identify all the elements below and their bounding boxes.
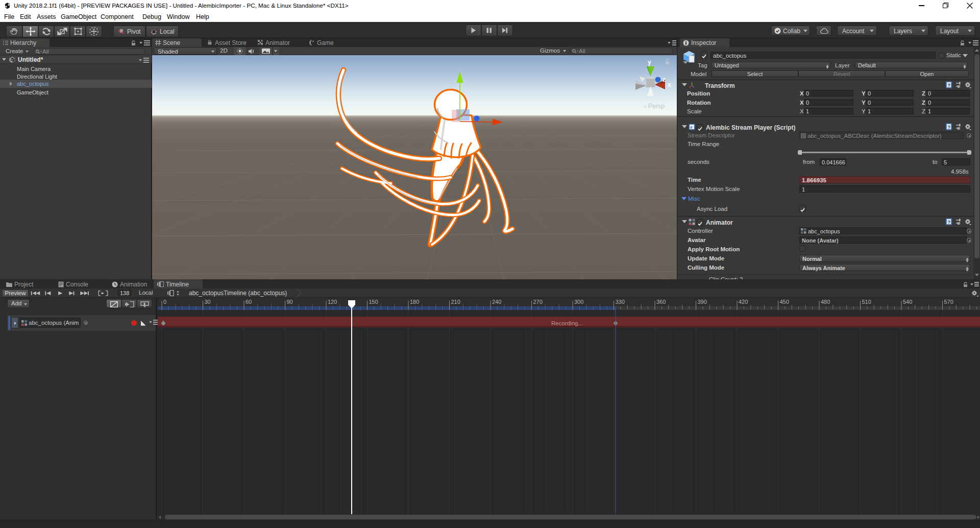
svg-text:510: 510: [862, 299, 871, 305]
svg-text:#: #: [690, 125, 693, 130]
svg-text:570: 570: [944, 299, 953, 305]
svg-text:z: z: [663, 76, 666, 83]
svg-text:Recording...: Recording...: [551, 320, 583, 326]
svg-text:270: 270: [533, 299, 543, 305]
svg-text:480: 480: [821, 299, 830, 305]
svg-text:150: 150: [369, 299, 378, 305]
svg-text:x: x: [668, 81, 671, 88]
svg-text:120: 120: [328, 299, 337, 305]
svg-text:210: 210: [451, 299, 460, 305]
svg-text:300: 300: [574, 299, 583, 305]
svg-text:‹ Persp: ‹ Persp: [644, 103, 665, 110]
svg-text:90: 90: [287, 299, 293, 305]
svg-text:420: 420: [739, 299, 748, 305]
svg-text:540: 540: [903, 299, 912, 305]
svg-text:?: ?: [948, 125, 951, 130]
svg-text:?: ?: [948, 220, 951, 225]
svg-text:390: 390: [698, 299, 707, 305]
svg-text:240: 240: [492, 299, 501, 305]
svg-text:?: ?: [948, 83, 951, 88]
svg-text:0: 0: [163, 299, 166, 305]
svg-text:360: 360: [656, 299, 666, 305]
svg-text:450: 450: [780, 299, 789, 305]
svg-text:60: 60: [246, 299, 252, 305]
svg-text:330: 330: [616, 299, 625, 305]
svg-text:30: 30: [205, 299, 211, 305]
svg-text:y: y: [648, 59, 651, 66]
svg-text:180: 180: [410, 299, 419, 305]
